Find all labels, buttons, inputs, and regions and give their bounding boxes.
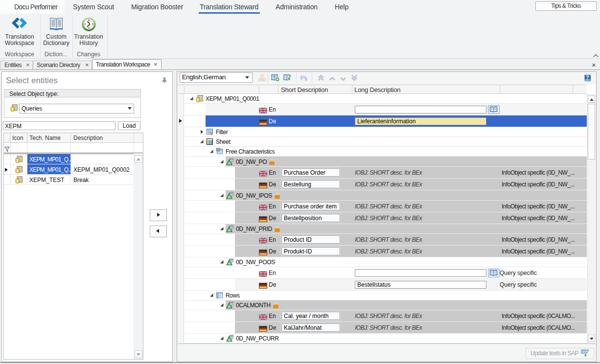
svg-text:SAP: SAP xyxy=(580,350,588,353)
svg-text:?: ? xyxy=(586,74,589,80)
